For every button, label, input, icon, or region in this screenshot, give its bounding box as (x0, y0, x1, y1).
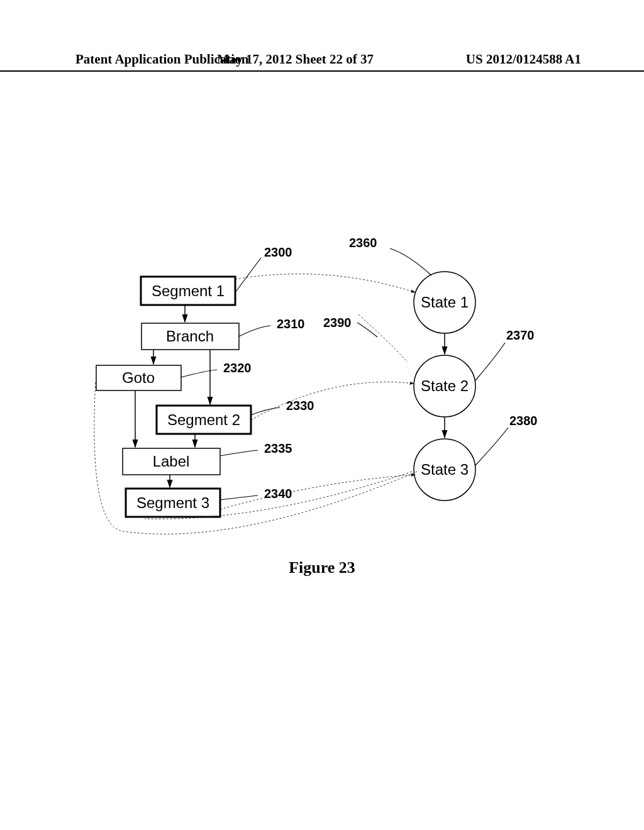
lead-2380 (475, 428, 508, 465)
lead-2360 (390, 248, 431, 275)
ref-2340: 2340 (264, 487, 292, 501)
lead-2370 (475, 343, 505, 380)
lead-2340 (220, 495, 258, 500)
ref-2330: 2330 (286, 399, 314, 412)
ref-2320: 2320 (223, 361, 252, 375)
state-2-label: State 2 (421, 377, 469, 394)
figure-diagram: Segment 1 Branch Goto Segment 2 Label Se… (0, 0, 644, 830)
lead-2320 (181, 370, 217, 377)
ref-2380: 2380 (509, 414, 538, 428)
ref-2335: 2335 (264, 441, 292, 455)
lead-2335 (220, 450, 258, 456)
lead-2300 (235, 258, 261, 292)
dashed-2390-path (358, 314, 408, 362)
figure-caption: Figure 23 (0, 558, 644, 577)
dashed-seg1-state1 (235, 274, 415, 292)
segment-1-label: Segment 1 (152, 282, 225, 299)
ref-2390: 2390 (323, 316, 352, 329)
branch-label: Branch (166, 328, 214, 345)
label-label: Label (153, 453, 190, 470)
lead-2330 (251, 407, 280, 415)
lead-2310 (239, 326, 270, 336)
segment-2-label: Segment 2 (167, 411, 240, 428)
ref-2370: 2370 (506, 328, 535, 342)
ref-2300: 2300 (264, 245, 292, 259)
ref-2310: 2310 (277, 317, 305, 331)
goto-label: Goto (122, 369, 155, 386)
state-3-label: State 3 (421, 461, 469, 478)
segment-3-label: Segment 3 (136, 494, 209, 511)
state-1-label: State 1 (421, 294, 469, 311)
ref-2360: 2360 (349, 236, 377, 250)
dashed-seg2-state2 (251, 382, 414, 420)
lead-2390 (357, 323, 377, 337)
